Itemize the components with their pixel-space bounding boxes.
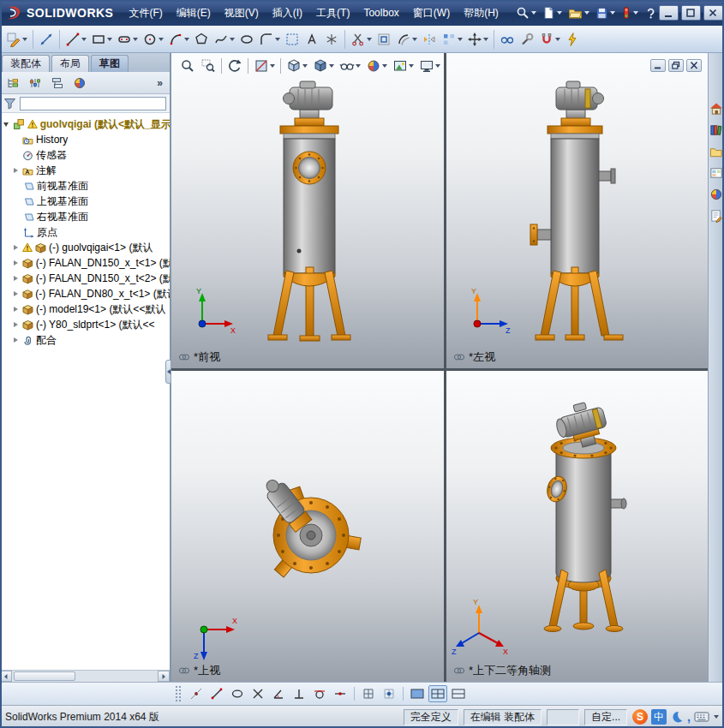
tab-assembly[interactable]: 装配体: [2, 55, 50, 72]
menu-view[interactable]: 视图(V): [218, 0, 266, 26]
polygon-button[interactable]: [192, 28, 211, 51]
expander-icon[interactable]: [12, 260, 20, 267]
line-snap-button[interactable]: [207, 685, 226, 702]
design-library-button[interactable]: [709, 122, 724, 138]
tree-item-origin[interactable]: 原点: [0, 224, 170, 240]
zoom-fit-button[interactable]: [178, 57, 197, 75]
view-palette-button[interactable]: [709, 165, 724, 181]
customize-statusbar-button[interactable]: 自定...: [584, 709, 627, 725]
scrollbar-thumb[interactable]: [14, 671, 75, 681]
convert-entities-button[interactable]: [374, 28, 393, 51]
hide-show-items-button[interactable]: [338, 57, 362, 75]
rapid-sketch-button[interactable]: [563, 28, 582, 51]
slot-button[interactable]: [115, 28, 140, 51]
line-button[interactable]: [63, 28, 88, 51]
linear-pattern-button[interactable]: [440, 28, 464, 51]
ime-chinese-mode-button[interactable]: 中: [651, 709, 667, 725]
construction-frame-button[interactable]: [283, 28, 302, 51]
doc-restore-button[interactable]: [668, 59, 684, 72]
tree-item-component-falan-dn80[interactable]: (-) FALAN_DN80_x_t<1> (默认: [0, 286, 170, 301]
tree-item-mates[interactable]: 配合: [0, 332, 170, 348]
viewport-two-horizontal-button[interactable]: [449, 685, 468, 702]
mirror-button[interactable]: [420, 28, 439, 51]
tree-item-component-guolvqigai[interactable]: (-) guolvqigai<1> (默认: [0, 240, 170, 255]
rectangle-button[interactable]: [89, 28, 114, 51]
tree-item-sensors[interactable]: 传感器: [0, 147, 170, 163]
previous-view-button[interactable]: [225, 57, 244, 75]
ellipse-snap-button[interactable]: [228, 685, 247, 702]
menu-window[interactable]: 窗口(W): [406, 0, 457, 26]
scroll-right-button[interactable]: [158, 671, 170, 682]
tree-item-right-plane[interactable]: 右视基准面: [0, 209, 170, 224]
tangent-snap-button[interactable]: [310, 685, 329, 702]
save-button[interactable]: [594, 3, 617, 22]
help-button[interactable]: [643, 3, 659, 22]
tree-item-assembly-root[interactable]: guolvqigai (默认<默认_显示: [0, 116, 170, 132]
solidworks-resources-button[interactable]: [709, 101, 724, 116]
close-button[interactable]: [703, 5, 723, 21]
tree-item-component-y80[interactable]: (-) Y80_sldprt<1> (默认<<: [0, 317, 170, 332]
new-document-button[interactable]: [541, 3, 564, 22]
sogou-ime-icon[interactable]: S: [632, 709, 648, 725]
tree-item-top-plane[interactable]: 上视基准面: [0, 194, 170, 209]
arc-button[interactable]: [166, 28, 191, 51]
ime-keyboard-icon[interactable]: [694, 711, 709, 723]
ime-moon-icon[interactable]: [670, 710, 684, 724]
menu-tools[interactable]: 工具(T): [309, 0, 356, 26]
grid-snap-button[interactable]: [359, 685, 378, 702]
featuremanager-tab-button[interactable]: [3, 74, 22, 92]
menu-edit[interactable]: 编辑(E): [170, 0, 218, 26]
panel-overflow-button[interactable]: »: [157, 77, 166, 89]
expander-icon[interactable]: [12, 337, 20, 344]
apply-scene-button[interactable]: [391, 57, 416, 75]
maximize-button[interactable]: [681, 5, 701, 21]
text-button[interactable]: [302, 28, 321, 51]
display-relations-button[interactable]: [498, 28, 517, 51]
expander-icon[interactable]: [3, 121, 10, 128]
doc-minimize-button[interactable]: [650, 59, 666, 72]
fillet-button[interactable]: [257, 28, 282, 51]
offset-button[interactable]: [394, 28, 419, 51]
expander-icon[interactable]: [12, 244, 20, 252]
viewport-single-button[interactable]: [408, 685, 427, 702]
point-button[interactable]: [322, 28, 341, 51]
circle-button[interactable]: [141, 28, 165, 51]
trim-button[interactable]: [349, 28, 374, 51]
configurationmanager-tab-button[interactable]: [48, 74, 67, 92]
tree-item-component-falan-dn150-1[interactable]: (-) FALAN_DN150_x_t<1> (默: [0, 255, 170, 271]
sketch-button[interactable]: [4, 28, 29, 51]
smart-dimension-button[interactable]: [37, 28, 56, 51]
toolbar-grip[interactable]: [176, 686, 181, 701]
view-settings-button[interactable]: [417, 57, 442, 75]
view-orientation-button[interactable]: [284, 57, 309, 75]
tree-item-component-model19[interactable]: (-) model19<1> (默认<<默认: [0, 301, 170, 317]
panel-horizontal-scrollbar[interactable]: [0, 670, 170, 682]
midpoint-snap-button[interactable]: [331, 685, 350, 702]
section-view-button[interactable]: [252, 57, 277, 75]
scroll-left-button[interactable]: [0, 671, 12, 682]
viewport-front[interactable]: Y X *前视: [171, 53, 444, 368]
move-button[interactable]: [465, 28, 490, 51]
expander-icon[interactable]: [12, 167, 20, 175]
viewport-vertical-divider[interactable]: [444, 53, 446, 682]
tab-layout[interactable]: 布局: [51, 55, 89, 72]
expander-icon[interactable]: [12, 306, 20, 313]
feature-tree-filter-input[interactable]: [20, 97, 166, 110]
viewport-four-button[interactable]: [428, 685, 447, 702]
snap-options-button[interactable]: [380, 685, 398, 702]
viewport-horizontal-divider[interactable]: [171, 368, 708, 371]
rebuild-button[interactable]: [619, 3, 640, 22]
viewport-top[interactable]: X Z *上视: [171, 371, 444, 682]
displaymanager-tab-button[interactable]: [70, 74, 89, 92]
custom-properties-button[interactable]: [709, 208, 724, 224]
ime-collapse-icon[interactable]: [714, 715, 719, 719]
tree-item-front-plane[interactable]: 前视基准面: [0, 178, 170, 194]
panel-splitter[interactable]: [165, 360, 171, 384]
appearances-button[interactable]: [709, 187, 724, 202]
spline-button[interactable]: [212, 28, 236, 51]
menu-file[interactable]: 文件(F): [122, 0, 169, 26]
intersection-snap-button[interactable]: [248, 685, 267, 702]
minimize-button[interactable]: [659, 5, 679, 21]
point-snap-button[interactable]: [187, 685, 206, 702]
tree-item-annotations[interactable]: 注解: [0, 163, 170, 178]
